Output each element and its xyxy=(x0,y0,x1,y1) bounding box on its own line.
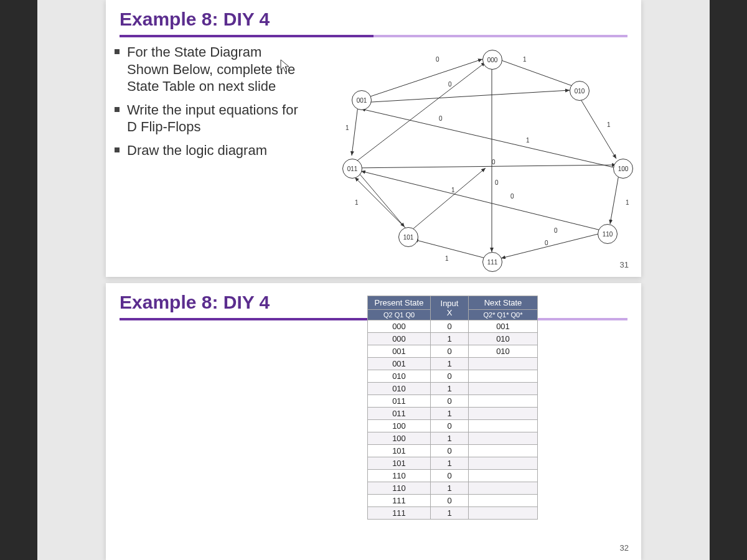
edge-label: 1 xyxy=(445,255,449,262)
table-cell: 001 xyxy=(469,320,538,333)
table-cell: 1 xyxy=(431,408,469,420)
svg-line-8 xyxy=(361,171,601,230)
table-cell: 111 xyxy=(368,495,431,507)
table-cell: 1 xyxy=(431,383,469,395)
table-cell: 101 xyxy=(368,445,431,457)
table-cell: 1 xyxy=(431,358,469,370)
th-present-state: Present State xyxy=(368,296,431,310)
table-row: 0011 xyxy=(368,358,538,370)
table-cell xyxy=(469,420,538,432)
table-cell: 000 xyxy=(368,333,431,345)
edge-label: 1 xyxy=(626,199,629,206)
state-node-100: 100 xyxy=(613,159,633,179)
th-input-sub: X xyxy=(437,308,462,317)
table-cell: 1 xyxy=(431,333,469,345)
table-cell: 111 xyxy=(368,507,431,520)
bullet-square-icon xyxy=(115,147,120,152)
table-row: 1111 xyxy=(368,507,538,520)
edge-label: 1 xyxy=(345,124,349,131)
table-row: 0010010 xyxy=(368,345,538,358)
table-row: 0110 xyxy=(368,395,538,408)
slide-viewport: Example 8: DIY 4 For the State Diagram S… xyxy=(37,0,710,560)
table-cell: 001 xyxy=(368,345,431,358)
bullet-square-icon xyxy=(115,107,120,112)
svg-line-3 xyxy=(352,106,358,156)
table-cell: 010 xyxy=(368,370,431,383)
table-cell: 101 xyxy=(368,457,431,470)
table-cell: 0 xyxy=(431,320,469,333)
table-cell: 010 xyxy=(469,345,538,358)
edge-label: 1 xyxy=(451,187,455,194)
slide2-page-number: 32 xyxy=(620,543,629,553)
table-cell: 0 xyxy=(431,370,469,383)
table-row: 0000001 xyxy=(368,320,538,333)
table-cell: 000 xyxy=(368,320,431,333)
table-cell: 100 xyxy=(368,420,431,432)
svg-line-5 xyxy=(352,165,616,168)
state-node-000: 000 xyxy=(482,50,502,70)
slide1-title: Example 8: DIY 4 xyxy=(106,0,641,34)
table-row: 1001 xyxy=(368,432,538,445)
table-cell xyxy=(469,395,538,408)
table-cell xyxy=(469,370,538,383)
table-row: 1110 xyxy=(368,495,538,507)
edge-label: 1 xyxy=(526,137,530,144)
bullet-square-icon xyxy=(115,49,120,54)
table-cell: 011 xyxy=(368,395,431,408)
th-next-state: Next State xyxy=(469,296,538,310)
state-table-body: 0000001000101000100100011010001010110011… xyxy=(368,320,538,520)
state-node-101: 101 xyxy=(398,227,418,247)
slide1-page-number: 31 xyxy=(620,260,629,269)
bullet-item: For the State Diagram Shown Below, compl… xyxy=(115,44,301,95)
table-cell: 110 xyxy=(368,470,431,482)
edge-label: 0 xyxy=(439,115,443,122)
bullet-text: Draw the logic diagram xyxy=(127,142,267,159)
table-cell: 011 xyxy=(368,408,431,420)
th-input: Input X xyxy=(431,296,469,320)
state-node-010: 010 xyxy=(570,81,590,101)
svg-line-10 xyxy=(414,240,486,258)
svg-line-1 xyxy=(498,59,576,87)
table-cell xyxy=(469,408,538,420)
slide-1: Example 8: DIY 4 For the State Diagram S… xyxy=(106,0,641,277)
edge-label: 1 xyxy=(523,56,527,63)
edge-label: 0 xyxy=(436,56,439,63)
edge-label: 0 xyxy=(492,159,496,166)
edge-label: 0 xyxy=(495,179,499,186)
table-row: 1010 xyxy=(368,445,538,457)
svg-line-14 xyxy=(579,96,616,159)
slide-2: Example 8: DIY 4 Present State Input X N… xyxy=(106,283,641,560)
table-row: 1100 xyxy=(368,470,538,482)
svg-line-0 xyxy=(361,59,482,100)
table-cell: 010 xyxy=(368,383,431,395)
svg-line-11 xyxy=(355,177,408,230)
svg-line-4 xyxy=(352,62,486,165)
state-node-110: 110 xyxy=(598,224,618,244)
th-next-sub: Q2* Q1* Q0* xyxy=(469,310,538,320)
table-cell xyxy=(469,445,538,457)
table-cell: 0 xyxy=(431,420,469,432)
table-cell: 1 xyxy=(431,507,469,520)
state-node-111: 111 xyxy=(482,252,502,272)
table-cell: 0 xyxy=(431,345,469,358)
edge-label: 0 xyxy=(545,240,548,246)
title-underline xyxy=(120,35,627,37)
table-cell: 0 xyxy=(431,445,469,457)
table-row: 0111 xyxy=(368,408,538,420)
state-node-001: 001 xyxy=(352,90,372,110)
edge-label: 1 xyxy=(355,199,359,206)
table-row: 0100 xyxy=(368,370,538,383)
edge-label: 1 xyxy=(607,121,611,128)
bullet-item: Draw the logic diagram xyxy=(115,142,301,159)
table-cell xyxy=(469,495,538,507)
th-present-sub: Q2 Q1 Q0 xyxy=(368,310,431,320)
table-cell: 110 xyxy=(368,482,431,495)
state-table: Present State Input X Next State Q2 Q1 Q… xyxy=(367,296,538,520)
table-cell: 010 xyxy=(469,333,538,345)
svg-line-9 xyxy=(501,233,601,258)
table-row: 1101 xyxy=(368,482,538,495)
table-cell xyxy=(469,482,538,495)
table-cell xyxy=(469,432,538,445)
svg-line-7 xyxy=(610,171,619,224)
table-row: 0101 xyxy=(368,383,538,395)
